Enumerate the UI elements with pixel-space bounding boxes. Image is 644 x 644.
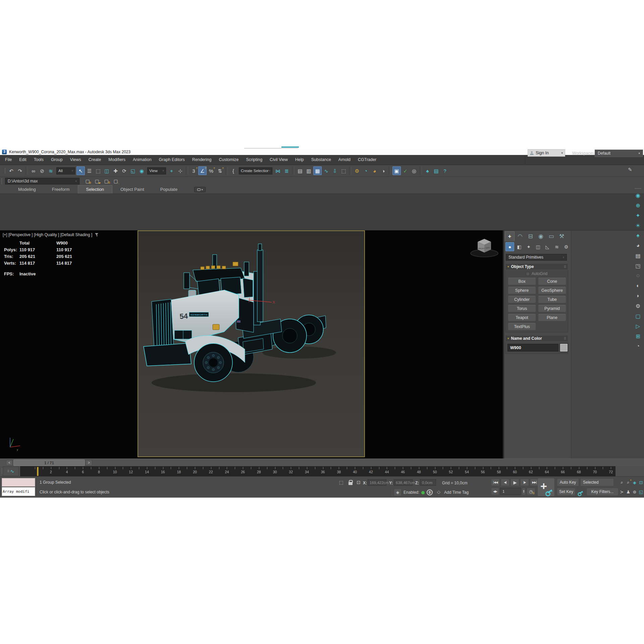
object-type-cone-button[interactable]: Cone (538, 277, 566, 285)
category-shapes-icon[interactable]: ◧ (515, 242, 524, 251)
maximize-viewport-icon[interactable]: ◱ (638, 488, 644, 495)
tab-utilities-icon[interactable]: ⚒ (557, 231, 567, 241)
next-frame-arrow[interactable]: > (86, 460, 92, 466)
view-cube[interactable]: FRONT LEFT (469, 235, 500, 259)
zoom-extents-icon[interactable]: ◈ (632, 479, 637, 486)
timeline-ruler[interactable]: 2468101214161820222426283032343638404244… (20, 466, 615, 476)
project-bar-grip[interactable] (1, 178, 3, 184)
palette-icon[interactable]: ◗ (633, 291, 643, 301)
primitives-dropdown[interactable]: Standard Primitives ▾ (506, 254, 567, 261)
script-listener-icon[interactable]: ▤ (432, 166, 440, 175)
explorer-copy-icon[interactable]: ▢⧉ (102, 177, 110, 184)
sign-in-button[interactable]: Sign In ▾ (528, 149, 565, 157)
help-icon[interactable]: ? (441, 166, 449, 175)
play-button[interactable]: ▶ (511, 479, 519, 486)
paint-material-icon[interactable]: ◕ (633, 240, 643, 251)
reference-coordinate-dropdown[interactable]: View▾ (147, 167, 166, 174)
named-selection-sets-icon[interactable]: { (229, 166, 237, 175)
menu-scripting[interactable]: Scripting (242, 155, 266, 165)
tree-icon[interactable]: ♠ (633, 230, 643, 240)
curve-editor-icon[interactable]: ∿ (322, 166, 330, 175)
field-of-view-icon[interactable]: ≻ (619, 488, 625, 495)
material-editor-icon[interactable]: ⚙ (353, 166, 361, 175)
menu-graph-editors[interactable]: Graph Editors (155, 155, 189, 165)
render-setup-icon[interactable]: ◔ (362, 166, 370, 175)
previous-frame-button[interactable]: ◀| (501, 479, 509, 486)
key-selection-dropdown[interactable]: Selected ▾ (580, 478, 614, 486)
tab-create-icon[interactable]: + (505, 231, 515, 241)
name-color-rollout-header[interactable]: ▾ Name and Color ⠿ (505, 335, 568, 342)
render-history-icon[interactable]: ◎ (410, 166, 418, 175)
object-name-field[interactable]: W900 (507, 344, 558, 352)
z-coord-field[interactable]: 0,0cm (420, 479, 436, 486)
menu-group[interactable]: Group (47, 155, 66, 165)
select-and-rotate-icon[interactable]: ⟳ (120, 166, 128, 175)
next-frame-button[interactable]: |▶ (520, 479, 529, 486)
state-sets-icon[interactable]: ✓ (401, 166, 410, 175)
selection-lock-icon[interactable] (347, 479, 354, 486)
object-type-textplus-button[interactable]: TextPlus (508, 323, 536, 330)
ribbon-tab-populate[interactable]: Populate (152, 185, 185, 194)
mini-curve-editor-button[interactable]: ⠿ ∿ (3, 467, 19, 476)
category-cameras-icon[interactable]: ◫ (534, 242, 542, 251)
teapot-render-icon[interactable]: ◔ (633, 341, 643, 351)
key-mode-toggle[interactable]: ◀▶ (491, 488, 499, 495)
toggle-ribbon-icon[interactable]: ▦ (313, 166, 322, 175)
frame-buffer-icon[interactable]: ▢ (633, 311, 643, 321)
select-and-move-icon[interactable]: ✚ (111, 166, 120, 175)
layered-material-icon[interactable]: ◐ (633, 281, 643, 291)
project-folder-dropdown[interactable]: D:\Anton\3d max ▾ (5, 178, 79, 184)
isolate-selection-icon[interactable]: ⬚ (337, 479, 345, 486)
timeline-playhead[interactable] (37, 467, 39, 476)
schematic-view-icon[interactable]: ⇩ (331, 166, 339, 175)
menu-cgtrader[interactable]: CGTrader (354, 155, 380, 165)
macro-recorder-line[interactable] (2, 478, 35, 487)
menu-create[interactable]: Create (85, 155, 105, 165)
truck-model[interactable]: 54 KENWORTH X (138, 231, 364, 457)
object-type-box-button[interactable]: Box (508, 277, 536, 285)
y-coord-field[interactable]: 638,467cm (394, 479, 413, 486)
render-in-cloud-icon[interactable]: ▣ (392, 166, 401, 175)
menu-edit[interactable]: Edit (15, 155, 30, 165)
window-crossing-icon[interactable]: ◫ (103, 166, 111, 175)
viewport-label[interactable]: [+] [Perspective ] [High Quality ] [Defa… (3, 232, 99, 237)
spinner-snap-icon[interactable]: ⇅? (216, 166, 224, 175)
object-type-rollout-header[interactable]: ▾ Object Type ⠿ (505, 263, 568, 270)
viewport-layout-icon[interactable]: ⊞ (633, 331, 643, 341)
set-key-button[interactable]: Set Key (557, 488, 576, 496)
zoom-all-icon[interactable]: ⌕+ (626, 479, 631, 486)
object-type-sphere-button[interactable]: Sphere (508, 286, 536, 294)
explorer-open-folder-icon[interactable]: ▢▰ (93, 177, 101, 184)
redo-icon[interactable]: ↷ (16, 166, 24, 175)
physical-camera-icon[interactable]: ◉ (633, 190, 643, 200)
absolute-offset-mode-icon[interactable]: ⊡ (355, 479, 362, 486)
select-and-manipulate-icon[interactable]: ⊹ (176, 166, 184, 175)
category-space-warps-icon[interactable]: ≋ (552, 242, 561, 251)
tab-modify-icon[interactable]: ◠ (515, 231, 525, 241)
rectangular-selection-icon[interactable]: ⬚ (94, 166, 102, 175)
orbit-icon[interactable]: ⊚ (632, 488, 637, 495)
object-type-cylinder-button[interactable]: Cylinder (508, 296, 536, 303)
menu-views[interactable]: Views (66, 155, 85, 165)
light-mix-icon[interactable]: ⚙ (633, 301, 643, 311)
scene-security-shield-icon[interactable]: ◈ (394, 489, 401, 496)
ribbon-tab-freeform[interactable]: Freeform (44, 185, 78, 194)
forest-list-icon[interactable]: ▤ (633, 251, 643, 261)
rendered-frame-window-icon[interactable]: ◕ (370, 166, 379, 175)
object-type-geosphere-button[interactable]: GeoSphere (538, 286, 566, 294)
add-camera-icon[interactable]: ⊕ (633, 200, 643, 210)
menu-tools[interactable]: Tools (30, 155, 47, 165)
bind-to-space-warp-icon[interactable]: ≋ (47, 166, 55, 175)
menu-customize[interactable]: Customize (215, 155, 242, 165)
object-type-tube-button[interactable]: Tube (538, 296, 566, 303)
right-toolbar-grip[interactable] (635, 188, 641, 190)
add-time-tag[interactable]: Add Time Tag (444, 490, 469, 495)
autogrid-checkbox[interactable] (526, 272, 530, 276)
selection-filter-dropdown[interactable]: All▾ (56, 167, 75, 174)
set-keys-button[interactable]: + (537, 478, 555, 496)
go-to-start-button[interactable]: |◀◀ (491, 479, 500, 486)
active-viewport[interactable]: 54 KENWORTH X (138, 230, 365, 457)
toggle-layer-explorer-icon[interactable]: ▥ (305, 166, 313, 175)
menu-civil-view[interactable]: Civil View (266, 155, 291, 165)
percent-snap-icon[interactable]: %? (207, 166, 215, 175)
